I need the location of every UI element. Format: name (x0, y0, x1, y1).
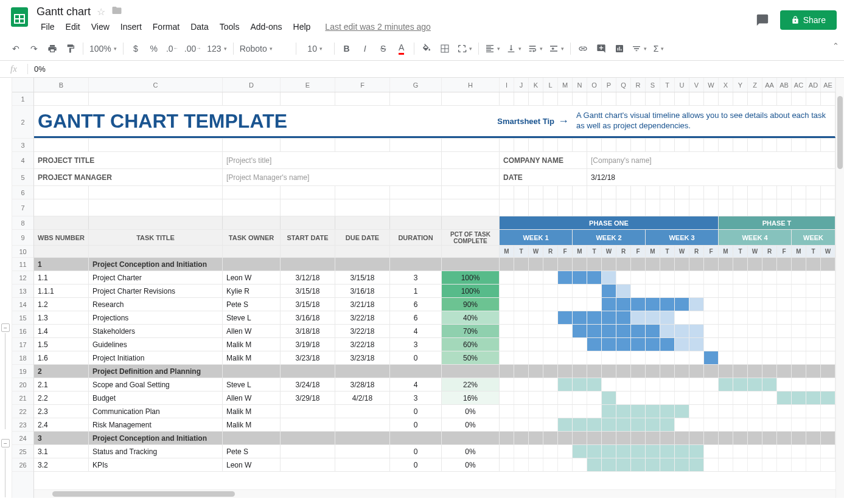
cell[interactable] (733, 258, 748, 271)
cell[interactable]: 3/21/18 (335, 298, 390, 311)
cell[interactable] (762, 258, 777, 271)
outline-collapse-1[interactable]: − (1, 323, 10, 332)
cell[interactable]: Malik M (223, 405, 281, 418)
cell[interactable] (500, 199, 514, 216)
col-header[interactable]: I (500, 78, 514, 92)
undo-button[interactable]: ↶ (7, 40, 24, 57)
cell[interactable] (806, 351, 821, 364)
row-header[interactable]: 12 (12, 271, 33, 285)
cell[interactable] (529, 418, 543, 431)
cell[interactable] (777, 325, 792, 337)
cell[interactable]: 22% (442, 378, 500, 391)
cell[interactable]: 60% (442, 338, 500, 351)
cell[interactable] (390, 139, 442, 151)
cell[interactable] (573, 139, 587, 151)
col-header[interactable]: U (675, 78, 689, 92)
cell[interactable] (34, 216, 89, 229)
cell[interactable] (500, 325, 514, 337)
cell[interactable] (616, 311, 631, 324)
cell[interactable] (335, 186, 390, 199)
chart-button[interactable] (611, 40, 628, 57)
cell[interactable]: Allen W (223, 325, 281, 337)
cell[interactable] (719, 432, 733, 444)
cell[interactable] (689, 325, 704, 337)
cell[interactable] (514, 258, 529, 271)
cell[interactable] (631, 378, 646, 391)
cell[interactable]: Malik M (223, 351, 281, 364)
menu-help[interactable]: Help (289, 19, 315, 34)
cell[interactable] (719, 405, 733, 418)
cell[interactable]: T (514, 246, 529, 257)
cell[interactable] (733, 298, 748, 311)
cell[interactable] (821, 258, 835, 271)
cell[interactable] (748, 325, 762, 337)
col-header[interactable]: X (719, 78, 733, 92)
cell[interactable] (529, 338, 543, 351)
cell[interactable] (646, 405, 660, 418)
cell[interactable] (543, 405, 558, 418)
cell[interactable] (660, 186, 675, 199)
cell[interactable] (631, 298, 646, 311)
cell[interactable] (675, 338, 689, 351)
cell[interactable] (660, 285, 675, 297)
decrease-decimal-button[interactable]: .0← (164, 40, 181, 57)
cell[interactable] (748, 432, 762, 444)
cell[interactable]: PROJECT MANAGER (34, 169, 223, 185)
cell[interactable] (500, 186, 514, 199)
cell[interactable] (587, 378, 602, 391)
cell[interactable] (89, 246, 223, 257)
cell[interactable] (689, 432, 704, 444)
cell[interactable]: R (689, 246, 704, 257)
cell[interactable] (821, 392, 835, 404)
cell[interactable]: 2.3 (34, 405, 89, 418)
cell[interactable] (587, 365, 602, 378)
cell[interactable]: 1.5 (34, 338, 89, 351)
cell[interactable] (529, 271, 543, 284)
cell[interactable]: 1 (34, 258, 89, 271)
cell[interactable] (762, 139, 777, 151)
cell[interactable]: M (500, 246, 514, 257)
cell[interactable]: 0 (390, 405, 442, 418)
row-header[interactable]: 10 (12, 246, 33, 258)
cell[interactable] (748, 365, 762, 378)
cell[interactable] (558, 338, 573, 351)
cell[interactable] (281, 92, 335, 105)
col-header[interactable]: M (558, 78, 573, 92)
cell[interactable] (442, 92, 500, 105)
cell[interactable]: 1.6 (34, 351, 89, 364)
cell[interactable]: 3/22/18 (335, 338, 390, 351)
cell[interactable] (616, 432, 631, 444)
cell[interactable]: Steve L (223, 378, 281, 391)
cell[interactable] (821, 285, 835, 297)
cell[interactable] (514, 378, 529, 391)
cell[interactable] (792, 325, 806, 337)
cell[interactable] (719, 311, 733, 324)
cell[interactable] (223, 199, 281, 216)
col-header[interactable]: F (335, 78, 390, 92)
cell[interactable] (616, 325, 631, 337)
cell[interactable]: Risk Management (89, 418, 223, 431)
cell[interactable] (558, 139, 573, 151)
cell[interactable] (646, 418, 660, 431)
cell[interactable] (733, 445, 748, 458)
col-header[interactable]: Z (748, 78, 762, 92)
cell[interactable] (543, 325, 558, 337)
cell[interactable] (543, 351, 558, 364)
cell[interactable] (500, 392, 514, 404)
cell[interactable] (616, 199, 631, 216)
cell[interactable] (792, 298, 806, 311)
cell[interactable] (543, 338, 558, 351)
cell[interactable] (806, 432, 821, 444)
cell[interactable] (335, 216, 390, 229)
cell[interactable] (646, 378, 660, 391)
cell[interactable]: 0 (390, 458, 442, 471)
cell[interactable] (675, 405, 689, 418)
cell[interactable]: F (704, 246, 719, 257)
cell[interactable] (558, 285, 573, 297)
cell[interactable] (543, 445, 558, 458)
cell[interactable]: WEEK 2 (573, 230, 646, 245)
cell[interactable] (602, 365, 616, 378)
cell[interactable] (89, 139, 223, 151)
cell[interactable] (573, 351, 587, 364)
cell[interactable] (646, 338, 660, 351)
